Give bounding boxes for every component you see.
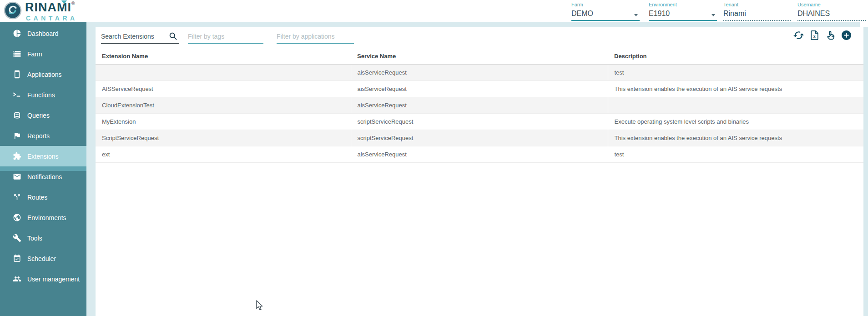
- extensions-panel: x Extension Name Service Name Descriptio…: [96, 27, 863, 316]
- sidebar-item-environments[interactable]: Environments: [0, 207, 86, 228]
- logo: RINAMI® CANTARA: [4, 1, 78, 21]
- sidebar-item-tools[interactable]: Tools: [0, 228, 86, 248]
- globe-icon: [12, 213, 21, 222]
- table-row[interactable]: AISServiceRequest aisServiceRequest This…: [96, 81, 863, 97]
- cell-service-name: aisServiceRequest: [351, 65, 608, 81]
- database-icon: [12, 111, 21, 120]
- cell-description: [608, 97, 863, 114]
- sidebar-item-label: Dashboard: [27, 30, 59, 37]
- cell-extension-name: ext: [96, 146, 351, 163]
- sidebar-item-label: Routes: [27, 194, 47, 201]
- extensions-table: Extension Name Service Name Description …: [96, 39, 863, 163]
- branch-icon: [12, 193, 21, 202]
- cell-extension-name: ScriptServiceRequest: [96, 130, 351, 146]
- wrench-icon: [12, 234, 21, 243]
- logo-line1: RINAMI®: [25, 1, 78, 14]
- applications-icon: [12, 70, 21, 79]
- cell-extension-name: CloudExtensionTest: [96, 97, 351, 114]
- cell-service-name: aisServiceRequest: [351, 81, 608, 97]
- sidebar: Dashboard Farm Applications Functions Qu…: [0, 22, 86, 316]
- username-field[interactable]: Username DHAINES: [797, 2, 866, 21]
- sidebar-item-label: Scheduler: [27, 255, 56, 262]
- cell-description: test: [608, 146, 863, 163]
- sidebar-item-label: Functions: [27, 91, 55, 99]
- username-label: Username: [797, 2, 866, 7]
- cell-service-name: aisServiceRequest: [351, 97, 608, 114]
- content-right-tint: [863, 27, 868, 316]
- chevron-down-icon: [712, 14, 715, 16]
- sidebar-item-farm[interactable]: Farm: [0, 44, 86, 64]
- app-screen: RINAMI® CANTARA Farm DEMO Environment E1…: [0, 0, 868, 316]
- username-value: DHAINES: [797, 10, 866, 18]
- content-top-tint: [86, 22, 860, 27]
- table-row[interactable]: CloudExtensionTest aisServiceRequest: [96, 97, 863, 114]
- cell-service-name: scriptServiceRequest: [351, 130, 608, 146]
- sidebar-item-queries[interactable]: Queries: [0, 105, 86, 125]
- logo-line2: CANTARA: [26, 15, 78, 21]
- dashboard-icon: [12, 29, 21, 38]
- sidebar-item-scheduler[interactable]: Scheduler: [0, 248, 86, 269]
- table-header-row: Extension Name Service Name Description: [96, 39, 863, 65]
- puzzle-icon: [12, 152, 21, 161]
- app-header: RINAMI® CANTARA Farm DEMO Environment E1…: [0, 0, 868, 22]
- sidebar-item-label: Applications: [27, 71, 62, 78]
- cell-description: This extension enables the execution of …: [608, 81, 863, 97]
- users-icon: [12, 275, 21, 284]
- cell-service-name: scriptServiceRequest: [351, 114, 608, 130]
- sidebar-item-notifications[interactable]: Notifications: [0, 166, 86, 187]
- logo-tick-icon: [61, 0, 67, 4]
- tenant-field[interactable]: Tenant Rinami: [723, 2, 791, 21]
- farm-value: DEMO: [571, 10, 640, 18]
- sidebar-item-extensions[interactable]: Extensions: [0, 146, 91, 166]
- environment-value: E1910: [649, 10, 717, 18]
- logo-mark-icon: [4, 1, 22, 20]
- cell-extension-name: [96, 65, 351, 81]
- sidebar-item-label: Notifications: [27, 173, 62, 181]
- table-row[interactable]: ext aisServiceRequest test: [96, 146, 863, 163]
- sidebar-item-label: User management: [27, 276, 80, 283]
- sidebar-item-user-management[interactable]: User management: [0, 269, 86, 289]
- sidebar-item-label: Extensions: [27, 153, 58, 160]
- envelope-icon: [12, 172, 21, 181]
- cell-service-name: aisServiceRequest: [351, 146, 608, 163]
- farm-select[interactable]: Farm DEMO: [571, 2, 640, 21]
- sidebar-item-label: Reports: [27, 132, 50, 140]
- content-left-tint: [86, 22, 96, 316]
- flag-icon: [12, 131, 21, 140]
- registered-mark: ®: [71, 1, 75, 6]
- sidebar-item-label: Environments: [27, 214, 66, 221]
- calendar-check-icon: [12, 254, 21, 263]
- sidebar-item-label: Tools: [27, 235, 42, 242]
- logo-text: RINAMI® CANTARA: [25, 1, 78, 21]
- table-row[interactable]: ScriptServiceRequest scriptServiceReques…: [96, 130, 863, 146]
- sidebar-item-applications[interactable]: Applications: [0, 64, 86, 85]
- cell-extension-name: AISServiceRequest: [96, 81, 351, 97]
- chevron-down-icon: [634, 14, 638, 16]
- column-header-description[interactable]: Description: [608, 39, 863, 65]
- farm-label: Farm: [571, 2, 640, 7]
- sidebar-item-label: Queries: [27, 112, 50, 119]
- terminal-icon: [12, 90, 21, 100]
- environment-select[interactable]: Environment E1910: [649, 2, 717, 21]
- column-header-service-name[interactable]: Service Name: [351, 39, 608, 65]
- svg-text:x: x: [813, 34, 816, 39]
- cell-description: This extension enables the execution of …: [608, 130, 863, 146]
- tenant-value: Rinami: [723, 10, 791, 18]
- sidebar-item-label: Farm: [27, 50, 42, 58]
- tenant-label: Tenant: [723, 2, 791, 7]
- table-row[interactable]: MyExtension scriptServiceRequest Execute…: [96, 114, 863, 130]
- sidebar-item-dashboard[interactable]: Dashboard: [0, 23, 86, 44]
- sidebar-item-reports[interactable]: Reports: [0, 125, 86, 146]
- farm-servers-icon: [12, 50, 21, 59]
- table-row[interactable]: aisServiceRequest test: [96, 65, 863, 81]
- cell-description: test: [608, 65, 863, 81]
- sidebar-item-routes[interactable]: Routes: [0, 187, 86, 207]
- sidebar-nav: Dashboard Farm Applications Functions Qu…: [0, 22, 86, 289]
- sidebar-item-functions[interactable]: Functions: [0, 85, 86, 105]
- cell-extension-name: MyExtension: [96, 114, 351, 130]
- environment-label: Environment: [649, 2, 717, 7]
- cell-description: Execute operating system level scripts a…: [608, 114, 863, 130]
- column-header-extension-name[interactable]: Extension Name: [96, 39, 351, 65]
